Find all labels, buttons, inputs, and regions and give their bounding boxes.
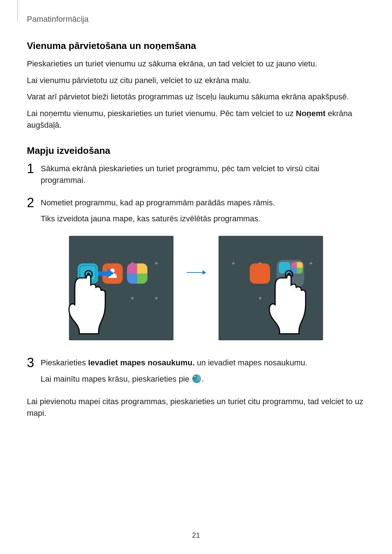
step-text: Nometiet programmu, kad ap programmām pa… — [41, 197, 365, 209]
bold-enter-name: Ievadiet mapes nosaukumu. — [88, 358, 195, 367]
palette-icon — [192, 374, 201, 383]
placeholder-plus-icon: + — [155, 294, 158, 302]
step-number: 3 — [27, 356, 38, 369]
figure-screen-before: + + + + — [69, 236, 173, 340]
placeholder-plus-icon: + — [155, 259, 158, 267]
page-number: 21 — [0, 531, 392, 539]
svg-point-5 — [287, 273, 290, 276]
hand-pointer-icon — [279, 266, 323, 332]
section-header: Pamatinformācija — [27, 15, 89, 24]
transition-arrow-icon — [186, 268, 206, 279]
figure-row: + + + + + + + + + — [27, 236, 365, 340]
para: Varat arī pārvietot bieži lietotās progr… — [27, 91, 365, 103]
hand-pointer-icon — [79, 266, 123, 332]
step-list-cont: 3 Pieskarieties Ievadiet mapes nosaukumu… — [27, 357, 365, 389]
step-text: Sākuma ekrānā pieskarieties un turiet pr… — [41, 163, 365, 186]
step-number: 1 — [27, 162, 38, 175]
step-text: Tiks izveidota jauna mape, kas saturēs i… — [41, 213, 365, 225]
app-icon-gallery — [127, 263, 147, 284]
header-divider — [17, 0, 18, 22]
page-content: Vienuma pārvietošana un noņemšana Pieska… — [27, 39, 365, 424]
heading-move-remove: Vienuma pārvietošana un noņemšana — [27, 39, 365, 53]
svg-point-1 — [87, 273, 90, 276]
step-1: 1 Sākuma ekrānā pieskarieties un turiet … — [27, 163, 365, 190]
step-text: Pieskarieties Ievadiet mapes nosaukumu. … — [41, 357, 365, 369]
heading-create-folders: Mapju izveidošana — [27, 144, 365, 158]
placeholder-plus-icon: + — [131, 294, 134, 302]
figure-screen-after: + + + + + — [219, 236, 323, 340]
app-icon-contacts — [250, 263, 270, 284]
step-2: 2 Nometiet programmu, kad ap programmām … — [27, 197, 365, 229]
text: . — [202, 374, 204, 383]
para: Lai noņemtu vienumu, pieskarieties un tu… — [27, 108, 365, 131]
text: Lai noņemtu vienumu, pieskarieties un tu… — [27, 109, 296, 118]
para: Lai vienumu pārvietotu uz citu paneli, v… — [27, 75, 365, 86]
para: Pieskarieties un turiet vienumu uz sākum… — [27, 58, 365, 70]
placeholder-plus-icon: + — [232, 259, 235, 267]
text: Lai mainītu mapes krāsu, pieskarieties p… — [41, 374, 192, 383]
step-list: 1 Sākuma ekrānā pieskarieties un turiet … — [27, 163, 365, 229]
text: un ievadiet mapes nosaukumu. — [195, 358, 307, 367]
step-3: 3 Pieskarieties Ievadiet mapes nosaukumu… — [27, 357, 365, 389]
step-text: Lai mainītu mapes krāsu, pieskarieties p… — [41, 373, 365, 385]
bold-remove: Noņemt — [296, 109, 326, 118]
text: Pieskarieties — [41, 358, 88, 367]
svg-marker-3 — [203, 270, 206, 275]
step-number: 2 — [27, 196, 38, 209]
closing-para: Lai pievienotu mapei citas programmas, p… — [27, 396, 365, 419]
placeholder-plus-icon: + — [258, 294, 262, 302]
